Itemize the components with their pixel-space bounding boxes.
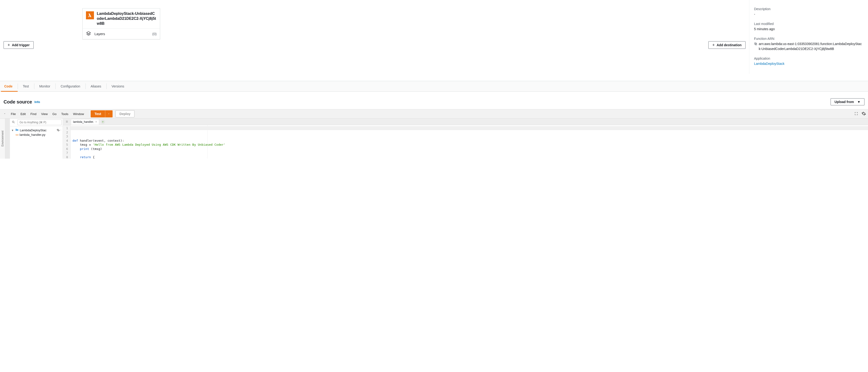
add-destination-button[interactable]: + Add destination	[708, 41, 746, 49]
environment-gutter	[5, 119, 10, 159]
plus-icon: +	[712, 43, 715, 47]
layers-icon	[86, 31, 91, 37]
lambda-icon	[86, 11, 94, 19]
last-modified-label: Last modified	[754, 22, 863, 26]
application-label: Application	[754, 57, 863, 60]
line-number-gutter: 123456789	[63, 125, 71, 159]
tab-list-icon[interactable]	[63, 120, 71, 124]
menu-edit[interactable]: Edit	[18, 111, 28, 117]
add-destination-label: Add destination	[717, 43, 742, 47]
menu-file[interactable]: File	[8, 111, 18, 117]
function-card-header: LambdaDeployStack-UnbiasedCoderLambdaD21…	[83, 8, 160, 28]
layers-label: Layers	[94, 32, 152, 36]
menu-find[interactable]: Find	[28, 111, 39, 117]
editor-tab-label: lambda_handler.	[73, 120, 94, 123]
function-arn-value: arn:aws:lambda:us-east-1:033533902081:fu…	[759, 41, 863, 51]
function-overview: LambdaDeployStack-UnbiasedCoderLambdaD21…	[0, 0, 868, 81]
menu-view[interactable]: View	[39, 111, 50, 117]
goto-anything-input[interactable]	[18, 119, 62, 125]
deploy-button: Deploy	[115, 110, 134, 117]
file-explorer: ▾ LambdaDeployStac <> lambda_handler.py	[10, 119, 63, 159]
description-value: -	[754, 12, 863, 17]
main-tabs: Code Test Monitor Configuration Aliases …	[0, 81, 868, 92]
collapse-menu-icon[interactable]	[3, 112, 6, 116]
details-panel: Description - Last modified 5 minutes ag…	[749, 0, 868, 74]
info-link[interactable]: Info	[34, 100, 40, 104]
function-card[interactable]: LambdaDeployStack-UnbiasedCoderLambdaD21…	[83, 8, 160, 39]
tab-configuration[interactable]: Configuration	[55, 81, 85, 91]
tree-settings-icon[interactable]	[57, 128, 62, 132]
svg-marker-0	[87, 32, 91, 34]
copy-icon[interactable]	[754, 42, 757, 47]
upload-from-button[interactable]: Upload from ▼	[831, 98, 865, 105]
file-tree: ▾ LambdaDeployStac <> lambda_handler.py	[10, 126, 63, 138]
application-link[interactable]: LambdaDeployStack	[754, 61, 863, 66]
environment-tab[interactable]: Environment	[0, 119, 5, 159]
tab-aliases[interactable]: Aliases	[86, 81, 106, 91]
run-test-button[interactable]: Test	[91, 110, 105, 117]
upload-from-label: Upload from	[835, 100, 854, 104]
new-tab-icon[interactable]: +	[101, 120, 105, 124]
tab-code[interactable]: Code	[1, 81, 18, 91]
svg-line-4	[14, 122, 14, 123]
tab-test[interactable]: Test	[18, 81, 34, 91]
plus-icon: +	[7, 43, 10, 47]
tree-root-label: LambdaDeployStac	[20, 128, 46, 132]
editor-tab-active[interactable]: lambda_handler. ×	[71, 119, 99, 125]
layers-count: (0)	[152, 32, 157, 36]
settings-gear-icon[interactable]	[861, 111, 866, 117]
code-content[interactable]: def handler(event, context): tmsg = 'Hel…	[71, 125, 868, 159]
code-source-header: Code source Info Upload from ▼	[0, 92, 868, 109]
fullscreen-icon[interactable]	[854, 112, 858, 116]
menu-window[interactable]: Window	[71, 111, 86, 117]
editor-main: lambda_handler. × + 123456789 def handle…	[63, 119, 868, 159]
tab-versions[interactable]: Versions	[106, 81, 129, 91]
code-source-title: Code source	[3, 99, 32, 105]
tab-monitor[interactable]: Monitor	[34, 81, 56, 91]
menu-tools[interactable]: Tools	[59, 111, 71, 117]
function-arn-label: Function ARN	[754, 37, 863, 40]
test-dropdown-button[interactable]	[105, 110, 113, 117]
last-modified-value: 5 minutes ago	[754, 27, 863, 32]
python-file-icon: <>	[16, 134, 19, 136]
close-tab-icon[interactable]: ×	[95, 120, 97, 123]
tree-expand-icon[interactable]: ▾	[11, 128, 14, 132]
tree-file-label: lambda_handler.py	[20, 133, 45, 137]
search-icon[interactable]	[11, 120, 16, 124]
function-name: LambdaDeployStack-UnbiasedCoderLambdaD21…	[97, 11, 157, 26]
description-label: Description	[754, 7, 863, 11]
folder-icon	[15, 128, 19, 132]
tree-file-row[interactable]: <> lambda_handler.py	[11, 133, 62, 137]
editor-tab-strip: lambda_handler. × +	[63, 119, 868, 125]
layers-row[interactable]: Layers (0)	[83, 28, 160, 39]
editor-toolbar: File Edit Find View Go Tools Window Test…	[0, 109, 868, 119]
overview-diagram: LambdaDeployStack-UnbiasedCoderLambdaD21…	[0, 0, 749, 74]
test-button-group: Test	[91, 110, 113, 117]
ide-panel: Environment ▾ LambdaDeployStac	[0, 119, 868, 159]
menu-go[interactable]: Go	[50, 111, 59, 117]
add-trigger-label: Add trigger	[12, 43, 30, 47]
add-trigger-button[interactable]: + Add trigger	[3, 41, 34, 49]
svg-point-3	[12, 121, 14, 122]
code-editor[interactable]: 123456789 def handler(event, context): t…	[63, 125, 868, 159]
tree-root-row[interactable]: ▾ LambdaDeployStac	[11, 128, 62, 133]
caret-down-icon: ▼	[857, 100, 861, 104]
environment-tab-label: Environment	[1, 131, 4, 146]
